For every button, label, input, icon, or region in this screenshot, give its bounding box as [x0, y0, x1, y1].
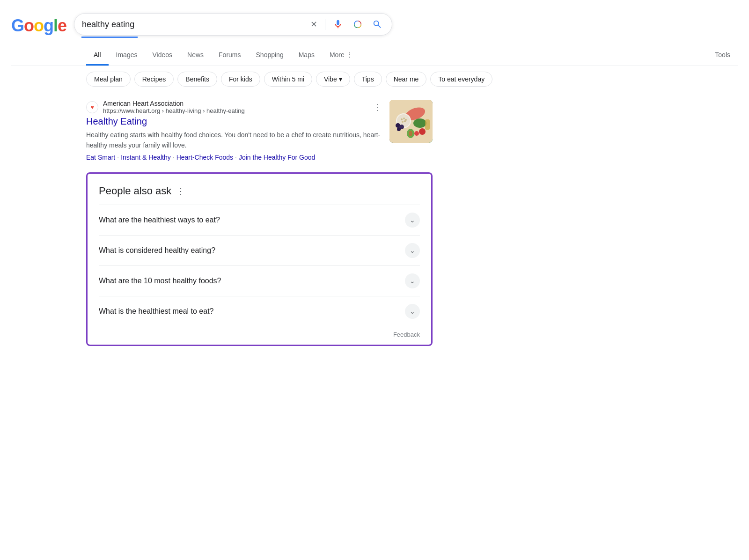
result-link-eat-smart[interactable]: Eat Smart [86, 154, 115, 161]
chips-row: Meal plan Recipes Benefits For kids With… [11, 66, 738, 92]
source-url-link[interactable]: https://www.heart.org › healthy-living ›… [103, 107, 245, 114]
site-icon: ♥ [86, 101, 98, 113]
chip-near-me[interactable]: Near me [386, 72, 427, 87]
svg-point-15 [414, 131, 419, 136]
search-bar-container: ✕ [74, 13, 392, 38]
microphone-icon [333, 19, 343, 29]
paa-item-0[interactable]: What are the healthiest ways to eat? ⌄ [99, 205, 420, 235]
result-title-link[interactable]: Healthy Eating [86, 116, 382, 127]
source-name: American Heart Association [103, 100, 369, 107]
chip-tips[interactable]: Tips [354, 72, 382, 87]
dot-separator: · [117, 154, 119, 161]
svg-point-9 [402, 121, 404, 123]
logo-l: l [53, 16, 58, 35]
google-logo[interactable]: Google [11, 16, 66, 36]
svg-rect-18 [425, 119, 430, 130]
paa-question-1: What is considered healthy eating? [99, 246, 215, 255]
chip-within-5mi[interactable]: Within 5 mi [264, 72, 312, 87]
result-link-instant-healthy[interactable]: Instant & Healthy [121, 154, 171, 161]
chip-meal-plan[interactable]: Meal plan [86, 72, 131, 87]
paa-chevron-1: ⌄ [405, 243, 420, 258]
more-dots-icon: ⋮ [346, 51, 353, 59]
paa-chevron-2: ⌄ [405, 273, 420, 288]
svg-point-13 [397, 127, 401, 131]
chip-to-eat-everyday[interactable]: To eat everyday [430, 72, 492, 87]
logo-o2: o [34, 16, 44, 35]
source-info: American Heart Association https://www.h… [103, 100, 369, 114]
paa-question-3: What is the healthiest meal to eat? [99, 307, 213, 316]
chip-recipes[interactable]: Recipes [134, 72, 174, 87]
tab-images[interactable]: Images [109, 45, 145, 66]
svg-point-17 [409, 131, 412, 136]
paa-item-1[interactable]: What is considered healthy eating? ⌄ [99, 235, 420, 265]
logo-g2: g [44, 16, 53, 35]
result-source: ♥ American Heart Association https://www… [86, 100, 382, 114]
tab-forums[interactable]: Forums [211, 45, 248, 66]
search-icon [372, 19, 382, 29]
paa-chevron-0: ⌄ [405, 213, 420, 228]
paa-header: People also ask ⋮ [99, 185, 420, 197]
result-more-icon[interactable]: ⋮ [374, 102, 382, 112]
logo-g: G [11, 16, 24, 35]
main-content: ♥ American Heart Association https://www… [11, 92, 433, 346]
paa-feedback[interactable]: Feedback [99, 326, 420, 345]
search-input[interactable] [82, 20, 304, 29]
tab-tools[interactable]: Tools [707, 45, 738, 66]
lens-button[interactable] [351, 17, 365, 31]
chip-vibe[interactable]: Vibe ▾ [316, 72, 350, 87]
paa-question-2: What are the 10 most healthy foods? [99, 277, 221, 285]
result-links: Eat Smart · Instant & Healthy · Heart-Ch… [86, 154, 382, 161]
google-lens-icon [352, 19, 363, 29]
result-description: Healthy eating starts with healthy food … [86, 130, 382, 151]
search-underline [81, 37, 138, 38]
paa-question-0: What are the healthiest ways to eat? [99, 216, 220, 224]
result-link-heart-check[interactable]: Heart-Check Foods [176, 154, 233, 161]
paa-item-3[interactable]: What is the healthiest meal to eat? ⌄ [99, 296, 420, 326]
paa-more-icon[interactable]: ⋮ [176, 185, 185, 197]
svg-point-10 [404, 120, 406, 122]
voice-search-button[interactable] [331, 17, 345, 31]
dot-separator: · [173, 154, 175, 161]
svg-point-7 [403, 118, 405, 119]
chevron-down-icon: ▾ [339, 75, 342, 83]
divider [325, 19, 325, 30]
chip-benefits[interactable]: Benefits [177, 72, 217, 87]
svg-point-14 [419, 128, 426, 135]
people-also-ask-box: People also ask ⋮ What are the healthies… [86, 172, 433, 346]
tab-news[interactable]: News [180, 45, 211, 66]
logo-o1: o [24, 16, 34, 35]
chip-for-kids[interactable]: For kids [221, 72, 260, 87]
search-button[interactable] [370, 17, 384, 31]
dot-separator: · [235, 154, 237, 161]
svg-point-3 [413, 118, 426, 128]
thumbnail-food-svg [389, 100, 433, 143]
tab-more[interactable]: More ⋮ [322, 45, 360, 66]
search-result: ♥ American Heart Association https://www… [86, 92, 433, 169]
tab-maps[interactable]: Maps [291, 45, 322, 66]
nav-tabs: All Images Videos News Forums Shopping M… [11, 45, 738, 66]
result-link-join[interactable]: Join the Healthy For Good [239, 154, 315, 161]
paa-title: People also ask [99, 185, 171, 197]
tab-all[interactable]: All [86, 45, 109, 66]
svg-point-6 [401, 118, 403, 120]
tab-videos[interactable]: Videos [145, 45, 180, 66]
paa-item-2[interactable]: What are the 10 most healthy foods? ⌄ [99, 265, 420, 296]
tab-shopping[interactable]: Shopping [249, 45, 291, 66]
result-main: ♥ American Heart Association https://www… [86, 100, 382, 161]
paa-chevron-3: ⌄ [405, 304, 420, 319]
result-thumbnail [389, 100, 433, 143]
close-icon: ✕ [310, 19, 317, 29]
logo-e: e [58, 16, 66, 35]
clear-button[interactable]: ✕ [308, 17, 319, 31]
source-url: https://www.heart.org › healthy-living ›… [103, 107, 369, 114]
